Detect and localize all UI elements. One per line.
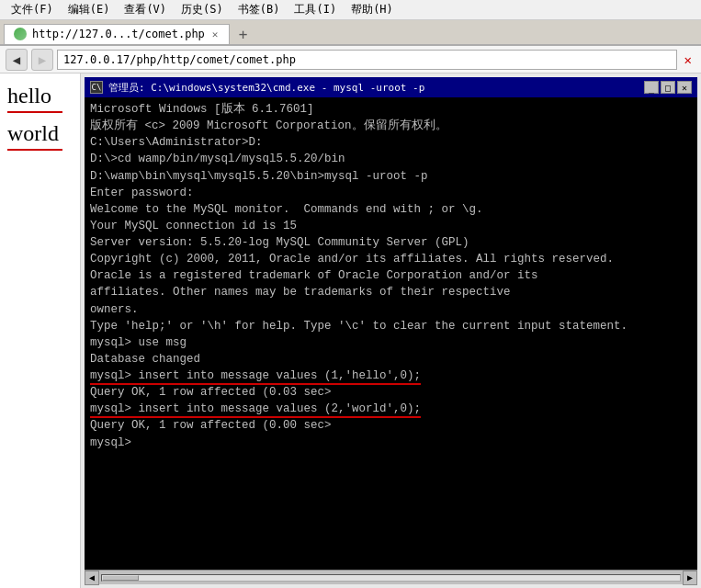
cmd-line: Microsoft Windows [版本 6.1.7601] bbox=[90, 101, 692, 118]
world-text: world bbox=[7, 120, 73, 147]
cmd-title-bar: C\ 管理员: C:\windows\system32\cmd.exe - my… bbox=[85, 77, 697, 97]
tab-close-button[interactable]: ✕ bbox=[210, 28, 220, 40]
cmd-line: 版权所有 <c> 2009 Microsoft Corporation。保留所有… bbox=[90, 118, 692, 134]
address-close-icon[interactable]: ✕ bbox=[681, 52, 695, 67]
menu-file[interactable]: 文件(F) bbox=[4, 0, 61, 19]
menu-edit[interactable]: 编辑(E) bbox=[61, 0, 118, 19]
cmd-window: C\ 管理员: C:\windows\system32\cmd.exe - my… bbox=[85, 77, 697, 584]
back-button[interactable]: ◀ bbox=[6, 49, 28, 71]
cmd-title-label: 管理员: C:\windows\system32\cmd.exe - mysql… bbox=[108, 81, 644, 95]
cmd-horizontal-scrollbar[interactable]: ◀ ▶ bbox=[85, 570, 697, 584]
scroll-right-button[interactable]: ▶ bbox=[683, 571, 697, 585]
address-bar: ◀ ▶ ✕ bbox=[0, 46, 701, 74]
scroll-left-button[interactable]: ◀ bbox=[85, 571, 99, 585]
menu-bookmarks[interactable]: 书签(B) bbox=[231, 0, 288, 19]
cmd-line: mysql> use msg bbox=[90, 334, 692, 351]
tab-label: http://127.0...t/comet.php bbox=[32, 28, 205, 40]
forward-button[interactable]: ▶ bbox=[31, 49, 53, 71]
menu-history[interactable]: 历史(S) bbox=[174, 0, 231, 19]
cmd-line: D:\>cd wamp/bin/mysql/mysql5.5.20/bin bbox=[90, 151, 692, 167]
cmd-line: Query OK, 1 row affected (0.03 sec> bbox=[90, 384, 692, 401]
main-area: hello world C\ 管理员: C:\windows\system32\… bbox=[0, 74, 701, 588]
cmd-line: mysql> insert into message values (1,'he… bbox=[90, 368, 692, 384]
world-underline bbox=[7, 149, 62, 151]
cmd-line: C:\Users\Administrator>D: bbox=[90, 134, 692, 151]
address-input[interactable] bbox=[57, 50, 677, 70]
hello-underline bbox=[7, 111, 62, 113]
cmd-line: Type 'help;' or '\h' for help. Type '\c'… bbox=[90, 318, 692, 334]
cmd-line: Enter password: bbox=[90, 185, 692, 201]
menu-help[interactable]: 帮助(H) bbox=[344, 0, 401, 19]
browser-content-panel: hello world bbox=[0, 74, 81, 588]
cmd-line: Your MySQL connection id is 15 bbox=[90, 218, 692, 234]
cmd-line: affiliates. Other names may be trademark… bbox=[90, 284, 692, 300]
menu-bar: 文件(F) 编辑(E) 查看(V) 历史(S) 书签(B) 工具(I) 帮助(H… bbox=[0, 0, 701, 20]
cmd-line: mysql> insert into message values (2,'wo… bbox=[90, 401, 692, 417]
tab-bar: http://127.0...t/comet.php ✕ + bbox=[0, 20, 701, 46]
cmd-close-button[interactable]: ✕ bbox=[677, 81, 692, 94]
browser-tab[interactable]: http://127.0...t/comet.php ✕ bbox=[4, 24, 230, 44]
cmd-line: Query OK, 1 row affected (0.00 sec> bbox=[90, 417, 692, 434]
menu-tools[interactable]: 工具(I) bbox=[287, 0, 344, 19]
cmd-window-buttons: _ □ ✕ bbox=[644, 81, 692, 94]
scroll-track[interactable] bbox=[101, 574, 681, 582]
cmd-minimize-button[interactable]: _ bbox=[644, 81, 659, 94]
cmd-line: Oracle is a registered trademark of Orac… bbox=[90, 267, 692, 284]
cmd-body: Microsoft Windows [版本 6.1.7601]版权所有 <c> … bbox=[85, 97, 697, 570]
new-tab-button[interactable]: + bbox=[232, 24, 254, 44]
cmd-maximize-button[interactable]: □ bbox=[661, 81, 675, 94]
cmd-line: owners. bbox=[90, 301, 692, 318]
cmd-line: mysql> bbox=[90, 435, 692, 451]
cmd-line: Database changed bbox=[90, 351, 692, 368]
cmd-line: Copyright (c) 2000, 2011, Oracle and/or … bbox=[90, 251, 692, 267]
cmd-line: D:\wamp\bin\mysql\mysql5.5.20\bin>mysql … bbox=[90, 168, 692, 185]
menu-view[interactable]: 查看(V) bbox=[117, 0, 174, 19]
cmd-line: Server version: 5.5.20-log MySQL Communi… bbox=[90, 234, 692, 251]
tab-favicon bbox=[14, 28, 27, 40]
cmd-line: Welcome to the MySQL monitor. Commands e… bbox=[90, 201, 692, 218]
hello-text: hello bbox=[7, 83, 73, 109]
scroll-thumb[interactable] bbox=[102, 575, 139, 581]
cmd-icon: C\ bbox=[90, 81, 103, 94]
